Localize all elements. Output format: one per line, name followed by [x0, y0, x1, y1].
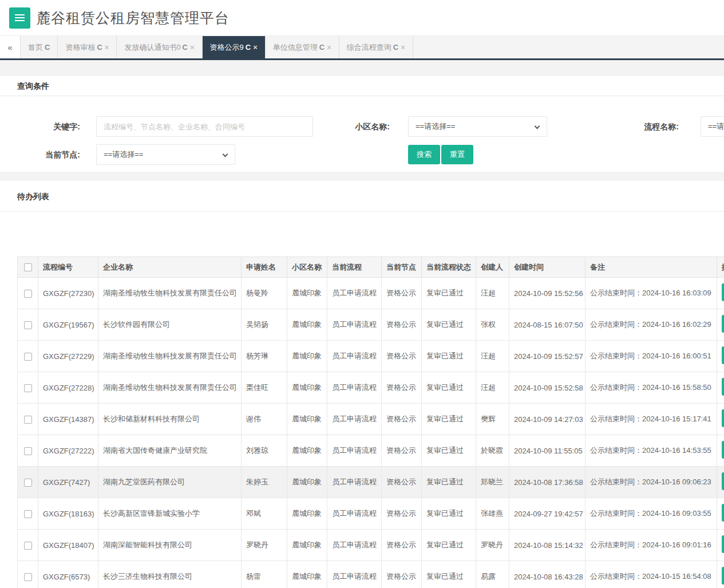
row-action-button[interactable]	[722, 409, 724, 427]
cell-applicant: 杨雷	[242, 561, 287, 588]
cell-status: 复审已通过	[422, 341, 476, 372]
refresh-icon[interactable]: C	[393, 43, 398, 52]
double-chevron-left-icon: «	[7, 42, 12, 52]
cell-actions	[717, 530, 724, 561]
cell-remark: 公示结束时间：2024-10-16 16:00:51	[585, 341, 717, 372]
community-select[interactable]: ==请选择==	[408, 116, 547, 137]
tab-4[interactable]: 单位信息管理C×	[266, 36, 339, 58]
tab-2[interactable]: 发放确认通知书0C×	[117, 36, 202, 58]
cell-code: GXGZF(18407)	[38, 530, 98, 561]
row-action-button[interactable]	[722, 504, 724, 522]
table-row: GXGZF(7427)湖南九芝堂医药有限公司朱婷玉麓城印象员工申请流程资格公示复…	[18, 467, 724, 498]
cell-creator: 张权	[476, 309, 509, 341]
close-icon[interactable]: ×	[327, 43, 331, 52]
row-action-button[interactable]	[722, 567, 724, 585]
cell-created: 2024-10-08 15:14:32	[509, 530, 585, 561]
close-icon[interactable]: ×	[401, 43, 405, 52]
row-action-button[interactable]	[722, 441, 724, 459]
row-checkbox[interactable]	[24, 353, 32, 361]
row-checkbox[interactable]	[24, 416, 32, 424]
select-all-checkbox[interactable]	[24, 263, 32, 271]
refresh-icon[interactable]: C	[319, 43, 325, 52]
row-checkbox[interactable]	[24, 542, 32, 550]
refresh-icon[interactable]: C	[97, 43, 102, 52]
row-action-button[interactable]	[722, 283, 724, 301]
cell-applicant: 朱婷玉	[242, 467, 287, 498]
close-icon[interactable]: ×	[105, 43, 109, 52]
row-checkbox[interactable]	[24, 321, 32, 329]
cell-code: GXGZF(19567)	[38, 309, 98, 341]
tab-label: 首页	[28, 42, 43, 53]
app-title: 麓谷租赁公租房智慧管理平台	[36, 9, 230, 27]
cell-creator: 易露	[476, 561, 509, 588]
table-header-row: 流程编号企业名称申请姓名小区名称当前流程当前节点当前流程状态创建人创建时间备注操…	[18, 257, 724, 278]
cell-created: 2024-10-08 16:43:28	[509, 561, 585, 588]
cell-applicant: 杨曼羚	[242, 278, 287, 309]
row-action-button[interactable]	[722, 535, 724, 553]
row-checkbox[interactable]	[24, 290, 32, 298]
refresh-icon[interactable]: C	[45, 43, 50, 52]
keyword-input[interactable]	[96, 116, 313, 137]
cell-community: 麓城印象	[287, 341, 327, 372]
cell-node: 资格公示	[382, 404, 422, 435]
menu-toggle-button[interactable]	[9, 7, 30, 29]
node-select[interactable]: ==请选择==	[96, 144, 235, 165]
cell-company: 湖南圣维动牧生物科技发展有限责任公司	[98, 372, 242, 404]
reset-button[interactable]: 重置	[441, 145, 473, 164]
cell-created: 2024-10-09 15:52:56	[509, 278, 585, 309]
tab-3[interactable]: 资格公示9C×	[203, 36, 266, 58]
cell-applicant: 刘雅琼	[242, 435, 287, 467]
cell-community: 麓城印象	[287, 309, 327, 341]
collapse-tabs-button[interactable]: «	[0, 36, 21, 58]
cell-community: 麓城印象	[287, 561, 327, 588]
process-select-value: ==请选择==	[708, 121, 724, 132]
table-row: GXGZF(19567)长沙软件园有限公司吴韬扬麓城印象员工申请流程资格公示复审…	[18, 309, 724, 341]
table-row: GXGZF(6573)长沙三济生物科技有限公司杨雷麓城印象员工申请流程资格公示复…	[18, 561, 724, 588]
cell-status: 复审已通过	[422, 278, 476, 309]
cell-node: 资格公示	[382, 530, 422, 561]
table-row: GXGZF(18163)长沙高新区雷锋新城实验小学邓斌麓城印象员工申请流程资格公…	[18, 498, 724, 530]
tab-0[interactable]: 首页C	[21, 36, 58, 58]
cell-flow: 员工申请流程	[327, 341, 382, 372]
column-header-2: 申请姓名	[242, 257, 287, 278]
table-row: GXGZF(18407)湖南深能智能科技有限公司罗晓丹麓城印象员工申请流程资格公…	[18, 530, 724, 561]
row-action-button[interactable]	[722, 472, 724, 490]
cell-community: 麓城印象	[287, 498, 327, 530]
table-row: GXGZF(27229)湖南圣维动牧生物科技发展有限责任公司杨芳琳麓城印象员工申…	[18, 341, 724, 372]
chevron-down-icon	[535, 124, 540, 129]
cell-created: 2024-10-09 14:27:03	[509, 404, 585, 435]
community-label: 小区名称:	[330, 116, 390, 137]
refresh-icon[interactable]: C	[246, 43, 251, 52]
cell-node: 资格公示	[382, 467, 422, 498]
close-icon[interactable]: ×	[190, 43, 195, 52]
process-select[interactable]: ==请选择==	[701, 116, 724, 137]
cell-company: 湖南省大国传奇健康产业研究院	[98, 435, 242, 467]
row-action-button[interactable]	[722, 346, 724, 364]
row-action-button[interactable]	[722, 315, 724, 333]
row-action-button[interactable]	[722, 378, 724, 396]
cell-node: 资格公示	[382, 561, 422, 588]
tab-1[interactable]: 资格审核C×	[58, 36, 117, 58]
cell-flow: 员工申请流程	[327, 278, 382, 309]
row-checkbox[interactable]	[24, 447, 32, 455]
row-checkbox[interactable]	[24, 479, 32, 487]
cell-creator: 汪超	[476, 372, 509, 404]
close-icon[interactable]: ×	[253, 43, 258, 52]
search-button[interactable]: 搜索	[408, 145, 440, 164]
cell-flow: 员工申请流程	[327, 467, 382, 498]
cell-remark: 公示结束时间：2024-10-16 14:53:55	[585, 435, 717, 467]
cell-community: 麓城印象	[287, 372, 327, 404]
query-panel: 查询条件 关键字: 小区名称: ==请选择== 流程名称: ==请选择== 当前…	[0, 76, 724, 172]
refresh-icon[interactable]: C	[183, 43, 188, 52]
cell-code: GXGZF(14387)	[38, 404, 98, 435]
tab-5[interactable]: 综合流程查询C×	[339, 36, 413, 58]
cell-remark: 公示结束时间：2024-10-16 09:06:23	[585, 467, 717, 498]
cell-actions	[717, 278, 724, 309]
row-checkbox[interactable]	[24, 573, 32, 581]
cell-code: GXGZF(18163)	[38, 498, 98, 530]
chevron-down-icon	[223, 152, 228, 157]
row-checkbox[interactable]	[24, 384, 32, 392]
cell-applicant: 罗晓丹	[242, 530, 287, 561]
row-checkbox[interactable]	[24, 510, 32, 518]
cell-applicant: 杨芳琳	[242, 341, 287, 372]
